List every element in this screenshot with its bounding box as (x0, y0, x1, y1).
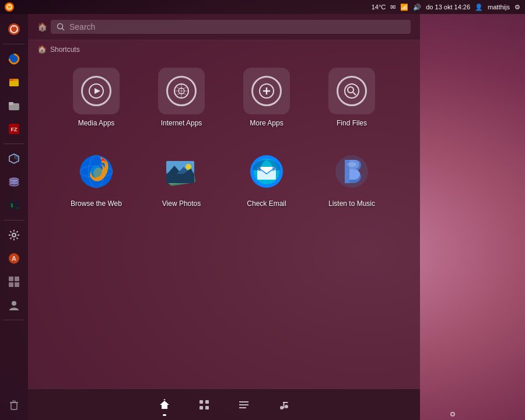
svg-point-1 (9, 5, 10, 6)
sidebar-firefox-icon[interactable] (4, 48, 24, 69)
thunderbird-icon (247, 152, 286, 191)
svg-rect-62 (166, 174, 194, 183)
topbar-left (5, 2, 14, 12)
sidebar: FZ $ _ A (0, 14, 28, 420)
svg-marker-71 (163, 399, 166, 400)
svg-rect-77 (239, 404, 249, 405)
breadcrumb-bar: 🏠 Shortcuts (28, 40, 420, 58)
svg-point-36 (58, 24, 63, 29)
check-email-label: Check Email (247, 200, 286, 208)
internet-apps-icon-box (158, 68, 205, 114)
svg-point-69 (347, 162, 356, 167)
svg-point-48 (348, 87, 354, 93)
browse-web-label: Browse the Web (71, 200, 122, 208)
search-input[interactable] (69, 22, 405, 32)
svg-point-22 (9, 183, 19, 186)
svg-point-3 (7, 8, 8, 9)
desktop-right (420, 14, 525, 420)
search-magnifier-icon (57, 23, 65, 31)
search-input-wrapper[interactable] (51, 20, 411, 34)
launcher-panel: 🏠 🏠 Shortcuts Media Apps (28, 14, 420, 420)
svg-point-79 (280, 406, 284, 410)
ubuntu-logo[interactable] (5, 2, 14, 12)
sidebar-folder-icon[interactable] (4, 95, 24, 116)
nav-music-button[interactable] (273, 394, 294, 415)
sidebar-divider-1 (4, 44, 24, 44)
user-icon: 👤 (475, 4, 483, 11)
svg-rect-35 (13, 401, 15, 402)
svg-rect-73 (205, 400, 209, 404)
find-files-circle-icon (337, 76, 367, 106)
app-check-email[interactable]: Check Email (229, 144, 304, 212)
media-apps-circle-icon (81, 76, 111, 106)
sidebar-software-icon[interactable]: A (4, 248, 24, 269)
sidebar-cube-icon[interactable] (4, 148, 24, 169)
app-browse-web[interactable]: Browse the Web (58, 144, 134, 212)
sidebar-ftp-icon[interactable]: FZ (4, 118, 24, 139)
nav-home-button[interactable] (154, 394, 175, 415)
sidebar-layers-icon[interactable] (4, 172, 24, 192)
svg-rect-76 (239, 401, 249, 402)
svg-point-47 (345, 84, 359, 98)
app-internet-apps[interactable]: Internet Apps (144, 63, 219, 132)
svg-point-63 (186, 164, 191, 170)
app-grid-row1: Media Apps Internet Apps (28, 58, 420, 141)
breadcrumb-label: Shortcuts (50, 46, 80, 54)
sidebar-people-icon[interactable] (4, 295, 24, 316)
app-find-files[interactable]: Find Files (314, 63, 390, 132)
nav-apps-button[interactable] (194, 394, 215, 415)
svg-point-32 (12, 301, 16, 306)
svg-rect-82 (284, 402, 288, 403)
app-more-apps[interactable]: More Apps (229, 63, 304, 132)
app-view-photos[interactable]: View Photos (144, 144, 219, 212)
sidebar-settings-icon[interactable] (4, 225, 24, 246)
svg-rect-75 (205, 406, 209, 410)
svg-rect-74 (200, 406, 203, 410)
firefox-icon-box (73, 148, 120, 195)
sidebar-trash-icon[interactable] (4, 394, 24, 415)
view-photos-label: View Photos (162, 200, 201, 208)
app-media-apps[interactable]: Media Apps (58, 63, 134, 132)
internet-apps-circle-icon (166, 76, 197, 106)
app-listen-music[interactable]: Listen to Music (314, 144, 390, 212)
thunderbird-icon-box (243, 148, 290, 195)
svg-line-49 (353, 92, 356, 95)
svg-rect-28 (9, 276, 13, 281)
svg-point-25 (12, 233, 16, 237)
svg-marker-70 (160, 401, 169, 409)
media-apps-icon-box (73, 68, 120, 114)
sidebar-files-icon[interactable] (4, 72, 24, 93)
network-icon[interactable]: 📶 (400, 4, 408, 11)
svg-rect-30 (9, 282, 13, 287)
svg-rect-72 (200, 400, 203, 404)
settings-icon[interactable]: ⚙ (514, 4, 520, 11)
svg-text:FZ: FZ (11, 127, 18, 132)
sidebar-workspaces-icon[interactable] (4, 271, 24, 292)
temperature: 14°C (372, 4, 386, 10)
nav-files-button[interactable] (233, 394, 254, 415)
more-apps-circle-icon (251, 76, 282, 106)
volume-icon[interactable]: 🔊 (413, 4, 421, 11)
svg-text:A: A (12, 255, 16, 262)
photos-icon-box (158, 148, 205, 195)
sidebar-divider-2 (4, 144, 24, 144)
svg-text:$ _: $ _ (10, 203, 19, 208)
find-files-icon-box (328, 68, 375, 114)
search-home-icon: 🏠 (37, 22, 47, 32)
sidebar-terminal-icon[interactable]: $ _ (4, 195, 24, 216)
svg-rect-11 (9, 80, 19, 86)
svg-point-53 (90, 166, 102, 177)
svg-line-37 (62, 29, 65, 31)
more-apps-icon-box (243, 68, 290, 114)
svg-rect-12 (9, 79, 13, 81)
app-grid-row2: Browse the Web (28, 141, 420, 222)
svg-rect-31 (15, 282, 19, 287)
find-files-label: Find Files (337, 119, 367, 127)
svg-rect-14 (9, 102, 13, 105)
svg-point-7 (16, 30, 18, 32)
listen-music-label: Listen to Music (328, 200, 375, 208)
username[interactable]: matthijs (488, 4, 510, 10)
sidebar-home-icon[interactable] (4, 19, 24, 40)
topbar-right: 14°C ✉ 📶 🔊 do 13 okt 14:26 👤 matthijs ⚙ (372, 4, 520, 11)
mail-icon[interactable]: ✉ (390, 4, 396, 11)
